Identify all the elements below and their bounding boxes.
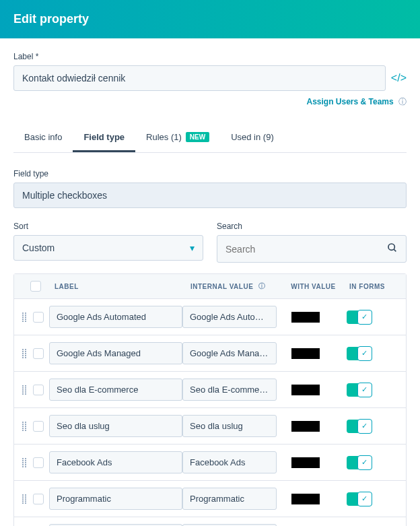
option-internal-input[interactable] <box>182 451 277 473</box>
drag-handle-icon[interactable] <box>22 313 30 322</box>
code-icon[interactable]: </> <box>391 72 407 84</box>
check-icon: ✓ <box>357 346 372 361</box>
options-table: LABEL INTERNAL VALUE ⓘ WITH VALUE IN FOR… <box>13 273 407 526</box>
modal-title: Edit property <box>13 12 89 26</box>
with-value-count[interactable] <box>291 494 320 504</box>
search-label: Search <box>217 222 407 231</box>
check-icon: ✓ <box>357 492 372 506</box>
label-field-label: Label * <box>13 52 407 61</box>
info-icon[interactable]: ⓘ <box>258 282 266 291</box>
row-checkbox[interactable] <box>33 494 44 504</box>
drag-handle-icon[interactable] <box>22 422 30 431</box>
info-icon[interactable]: ⓘ <box>398 97 407 106</box>
sort-value: Custom <box>22 242 55 253</box>
drag-handle-icon[interactable] <box>22 458 30 467</box>
option-label-input[interactable] <box>49 379 182 401</box>
with-value-count[interactable] <box>291 385 320 395</box>
drag-handle-icon[interactable] <box>22 494 30 504</box>
in-forms-toggle[interactable]: ✓ <box>347 383 372 397</box>
tab-field-type[interactable]: Field type <box>73 124 135 152</box>
label-input[interactable] <box>13 65 386 91</box>
table-row: ✓ <box>14 407 406 444</box>
option-internal-input[interactable] <box>182 342 277 364</box>
caret-down-icon: ▾ <box>190 242 195 253</box>
sort-select[interactable]: Custom ▾ <box>13 235 203 261</box>
drag-handle-icon[interactable] <box>22 385 30 395</box>
option-internal-input[interactable] <box>182 415 277 437</box>
tab-rules[interactable]: Rules (1)NEW <box>135 124 220 152</box>
option-label-input[interactable] <box>49 306 182 328</box>
row-checkbox[interactable] <box>33 312 44 323</box>
in-forms-toggle[interactable]: ✓ <box>347 347 372 360</box>
in-forms-toggle[interactable]: ✓ <box>347 420 372 433</box>
in-forms-toggle[interactable]: ✓ <box>347 492 372 506</box>
tab-basic-info[interactable]: Basic info <box>13 124 73 152</box>
field-type-value[interactable]: Multiple checkboxes <box>13 183 407 208</box>
option-internal-input[interactable] <box>182 488 277 510</box>
sort-label: Sort <box>13 222 203 231</box>
in-forms-toggle[interactable]: ✓ <box>347 456 372 469</box>
option-label-input[interactable] <box>49 488 182 510</box>
check-icon: ✓ <box>357 419 372 434</box>
table-row: ✓ <box>14 298 406 335</box>
select-all-checkbox[interactable] <box>30 281 41 292</box>
new-badge: NEW <box>186 132 209 142</box>
col-label: LABEL <box>49 283 190 290</box>
col-withvalue: WITH VALUE <box>285 283 342 290</box>
search-icon[interactable] <box>387 242 398 255</box>
table-row: ✓ <box>14 480 406 517</box>
option-internal-input[interactable] <box>182 379 277 401</box>
svg-point-0 <box>388 244 394 250</box>
option-label-input[interactable] <box>49 342 182 364</box>
with-value-count[interactable] <box>291 421 320 432</box>
table-row: ✓ <box>14 371 406 407</box>
row-checkbox[interactable] <box>33 385 44 395</box>
assign-users-link[interactable]: Assign Users & Teams <box>306 97 393 106</box>
option-internal-input[interactable] <box>182 306 277 328</box>
svg-line-1 <box>394 249 396 251</box>
search-input[interactable] <box>225 244 387 255</box>
drag-handle-icon[interactable] <box>22 349 30 358</box>
with-value-count[interactable] <box>291 457 320 468</box>
check-icon: ✓ <box>357 383 372 397</box>
field-type-label: Field type <box>13 169 407 178</box>
row-checkbox[interactable] <box>33 348 44 359</box>
row-checkbox[interactable] <box>33 421 44 432</box>
table-row: ✓ <box>14 444 406 480</box>
check-icon: ✓ <box>357 455 372 470</box>
modal-header: Edit property <box>0 0 420 38</box>
col-informs: IN FORMS <box>342 283 392 290</box>
with-value-count[interactable] <box>291 348 320 359</box>
check-icon: ✓ <box>357 310 372 325</box>
tabs: Basic info Field type Rules (1)NEW Used … <box>13 124 407 153</box>
in-forms-toggle[interactable]: ✓ <box>347 310 372 324</box>
tab-used-in[interactable]: Used in (9) <box>220 124 285 152</box>
option-label-input[interactable] <box>49 451 182 473</box>
table-row: ✓ <box>14 517 406 526</box>
row-checkbox[interactable] <box>33 457 44 468</box>
with-value-count[interactable] <box>291 312 320 323</box>
table-row: ✓ <box>14 335 406 371</box>
option-label-input[interactable] <box>49 415 182 437</box>
col-internal: INTERNAL VALUE <box>190 283 253 290</box>
